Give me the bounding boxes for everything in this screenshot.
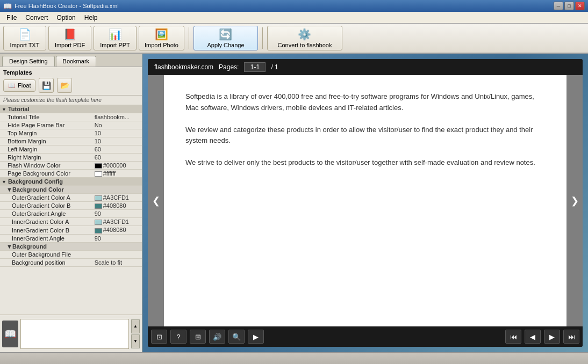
tree-row[interactable]: InnerGradient Angle90 [0,234,142,242]
tree-row[interactable]: InnerGradient Color B#408080 [0,226,142,234]
import-txt-button[interactable]: 📄 Import TXT [3,26,46,50]
book-container: flashbookmaker.com Pages: / 1 ❮ Softpedi… [148,59,583,347]
scroll-down-button[interactable]: ▼ [131,334,140,348]
scroll-up-button[interactable]: ▲ [131,319,140,333]
toolbar: 📄 Import TXT 📕 Import PDF 📊 Import PPT 🖼… [0,24,588,54]
app-icon: 📖 [3,2,12,10]
menubar: File Convert Option Help [0,12,588,24]
first-page-button[interactable]: ⏮ [505,330,521,344]
window-controls: ─ □ ✕ [554,2,585,10]
book-page-area: ❮ Softpedia is a library of over 400,000… [148,75,583,326]
tree-subgroup-row[interactable]: ▼Background Color [0,186,142,194]
import-pdf-icon: 📕 [63,28,77,41]
panel-tabs: Design Setting Bookmark [0,54,142,67]
minimize-button[interactable]: ─ [554,2,563,10]
preview-area [20,319,129,349]
apply-change-icon: 🔄 [219,28,232,41]
titlebar: 📖 Free FlashBook Creator - Softpedia.xml… [0,0,588,12]
fullscreen-button[interactable]: ⊡ [151,330,167,344]
book-paragraph: We review and categorize these products … [185,125,545,147]
bottom-scroll: ▲ ▼ [131,319,140,348]
menu-convert[interactable]: Convert [21,13,52,23]
book-content: Softpedia is a library of over 400,000 f… [164,75,567,326]
import-ppt-icon: 📊 [109,28,122,41]
pages-label: Pages: [219,63,239,71]
grid-button[interactable]: ⊞ [190,330,206,344]
tree-row[interactable]: OuterGradient Angle90 [0,210,142,218]
tree-row[interactable]: Outer Background File [0,250,142,258]
tree-row[interactable]: Flash Window Color#000000 [0,162,142,170]
settings-tree: ▼TutorialTutorial Titleflashbookm...Hide… [0,105,142,267]
tree-row[interactable]: Left Margin60 [0,145,142,154]
menu-file[interactable]: File [2,13,21,23]
tree-row[interactable]: InnerGradient Color A#A3CFD1 [0,218,142,226]
templates-section: Templates 📖 Float 💾 📂 [0,67,142,96]
apply-change-button[interactable]: 🔄 Apply Change [193,26,258,50]
tree-row[interactable]: Top Margin10 [0,129,142,137]
next-ctrl-button[interactable]: ▶ [544,330,560,344]
toolbar-separator-2 [262,27,263,49]
book-bottom-bar: ⊡ ? ⊞ 🔊 🔍 ▶ ⏮ ◀ ▶ ⏭ [148,326,583,347]
prev-ctrl-button[interactable]: ◀ [525,330,541,344]
import-photo-button[interactable]: 🖼️ Import Photo [139,26,184,50]
template-save-button[interactable]: 💾 [39,78,54,93]
tab-design-setting[interactable]: Design Setting [2,56,55,67]
help-button[interactable]: ? [170,330,187,344]
zoom-button[interactable]: 🔍 [228,330,245,344]
page-input[interactable] [244,62,266,72]
right-controls: ⏮ ◀ ▶ ⏭ [505,330,579,344]
tree-row[interactable]: Page Background Color#ffffff [0,170,142,178]
left-controls: ⊡ ? ⊞ 🔊 🔍 ▶ [151,330,264,344]
convert-flashbook-label: Convert to flashbook [278,42,332,48]
play-button[interactable]: ▶ [248,330,264,344]
convert-flashbook-button[interactable]: ⚙️ Convert to flashbook [267,26,342,50]
tree-group-row[interactable]: ▼Background Config [0,178,142,186]
tree-row[interactable]: Tutorial Titleflashbookm... [0,113,142,121]
left-panel: Design Setting Bookmark Templates 📖 Floa… [0,54,142,352]
sound-button[interactable]: 🔊 [209,330,225,344]
tree-row[interactable]: OuterGradient Color A#A3CFD1 [0,194,142,202]
tree-row[interactable]: Background positionScale to fit [0,258,142,266]
tree-panel: ▼TutorialTutorial Titleflashbookm...Hide… [0,105,142,315]
maximize-button[interactable]: □ [564,2,574,10]
tree-row[interactable]: Right Margin60 [0,154,142,162]
main-area: Design Setting Bookmark Templates 📖 Floa… [0,54,588,352]
import-pdf-button[interactable]: 📕 Import PDF [48,26,91,50]
import-txt-label: Import TXT [10,42,40,48]
book-topbar: flashbookmaker.com Pages: / 1 [148,59,583,75]
page-total: / 1 [271,63,278,71]
last-page-button[interactable]: ⏭ [563,330,579,344]
prev-page-button[interactable]: ❮ [148,75,164,326]
import-ppt-button[interactable]: 📊 Import PPT [94,26,137,50]
tree-group-row[interactable]: ▼Tutorial [0,105,142,113]
import-ppt-label: Import PPT [100,42,130,48]
toolbar-separator [189,27,189,49]
template-buttons: 📖 Float 💾 📂 [3,78,139,93]
import-pdf-label: Import PDF [55,42,85,48]
menu-option[interactable]: Option [52,13,80,23]
close-button[interactable]: ✕ [575,2,585,10]
book-site: flashbookmaker.com [154,63,213,71]
content-area: flashbookmaker.com Pages: / 1 ❮ Softpedi… [142,54,588,352]
next-page-button[interactable]: ❯ [567,75,583,326]
tab-bookmark[interactable]: Bookmark [56,56,97,67]
import-photo-label: Import Photo [145,42,178,48]
templates-label: Templates [3,69,139,76]
tree-subgroup-row[interactable]: ▼Background [0,242,142,250]
import-photo-icon: 🖼️ [155,28,168,41]
customize-note: Please customize the flash template here [0,96,142,105]
template-open-button[interactable]: 📂 [57,78,72,93]
window-title: Free FlashBook Creator - Softpedia.xml [15,3,554,9]
import-txt-icon: 📄 [18,28,32,41]
float-template-button[interactable]: 📖 Float [3,79,35,92]
tree-row[interactable]: OuterGradient Color B#408080 [0,202,142,210]
apply-change-label: Apply Change [207,42,244,48]
book-paragraph: Softpedia is a library of over 400,000 f… [185,91,545,114]
menu-help[interactable]: Help [80,13,102,23]
tree-row[interactable]: Hide Page Frame BarNo [0,121,142,129]
statusbar [0,352,588,364]
tree-row[interactable]: Bottom Margin10 [0,137,142,145]
template-name: Float [18,82,31,89]
book-preview-icon: 📖 [2,321,18,347]
template-book-icon: 📖 [8,82,16,89]
